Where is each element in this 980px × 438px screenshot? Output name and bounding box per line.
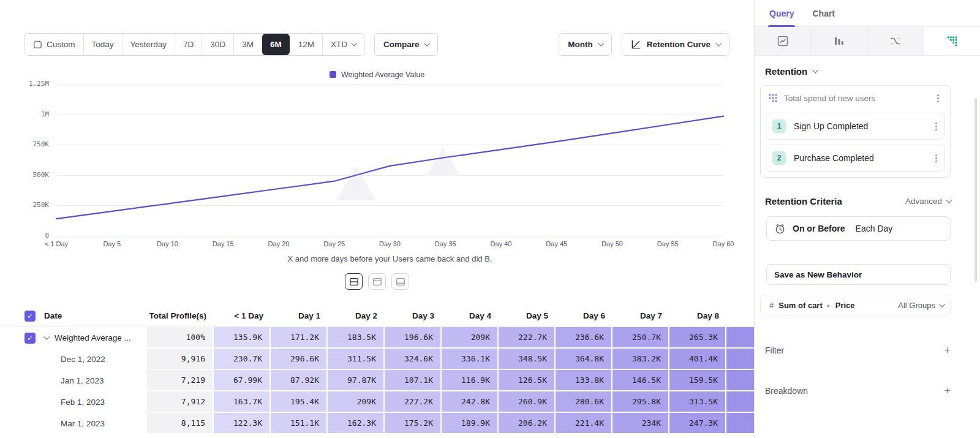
data-cell[interactable]: 171.2K	[271, 327, 328, 349]
col-header--1-day[interactable]: < 1 Day	[214, 305, 271, 327]
checkbox-checked-icon[interactable]: ✓	[24, 311, 36, 322]
data-cell[interactable]: 67.99K	[214, 370, 271, 391]
data-cell[interactable]: 364.8K	[556, 349, 612, 370]
chevron-down-icon[interactable]	[43, 334, 50, 340]
row-label[interactable]: Weighted Average ...	[40, 327, 147, 349]
data-cell[interactable]: 162.3K	[328, 413, 385, 434]
data-cell[interactable]: 222.7K	[499, 327, 556, 349]
data-cell[interactable]: 234K	[612, 413, 669, 434]
data-cell[interactable]: 311.5K	[328, 349, 385, 370]
row-checkbox[interactable]: ✓	[0, 327, 40, 349]
data-cell[interactable]: 196.6K	[385, 327, 442, 349]
report-icon-insights[interactable]	[755, 27, 811, 55]
range-today[interactable]: Today	[83, 34, 122, 55]
col-header-day-2[interactable]: Day 2	[328, 305, 385, 327]
data-cell[interactable]: 135.9K	[214, 327, 271, 349]
add-filter-button[interactable]: +	[944, 345, 951, 356]
col-header-day-5[interactable]: Day 5	[499, 305, 556, 327]
total-profiles-cell[interactable]: 100%	[147, 327, 214, 349]
data-cell[interactable]: 230.7K	[214, 349, 271, 370]
data-cell[interactable]: 122.3K	[214, 413, 271, 434]
data-cell[interactable]: 295.8K	[612, 391, 669, 413]
row-label[interactable]: Feb 1, 2023	[40, 391, 147, 413]
behavior-header[interactable]: Total spend of new users	[761, 86, 950, 108]
data-cell[interactable]: 159.5K	[669, 370, 726, 391]
view-header-row-button[interactable]	[368, 273, 386, 290]
tab-query[interactable]: Query	[769, 0, 794, 26]
col-header-total[interactable]: Total Profile(s)	[147, 305, 214, 327]
data-cell[interactable]: 97.87K	[328, 370, 385, 391]
sidebar-scrollbar[interactable]	[974, 98, 977, 282]
row-label[interactable]: Mar 1, 2023	[40, 413, 147, 434]
total-profiles-cell[interactable]: 7,219	[147, 370, 214, 391]
data-cell[interactable]: 189.9K	[442, 413, 499, 434]
advanced-dropdown[interactable]: Advanced	[905, 197, 951, 206]
section-retention[interactable]: Retention	[765, 66, 951, 77]
col-header-day-3[interactable]: Day 3	[385, 305, 442, 327]
total-profiles-cell[interactable]: 8,115	[147, 413, 214, 434]
data-cell[interactable]: 206.2K	[499, 413, 556, 434]
range-yesterday[interactable]: Yesterday	[122, 34, 175, 55]
data-cell[interactable]: 324.6K	[385, 349, 442, 370]
chart-type-button[interactable]: Retention Curve	[622, 33, 729, 56]
view-plain-table-button[interactable]	[391, 273, 409, 290]
all-groups-dropdown[interactable]: All Groups	[898, 301, 944, 310]
total-profiles-cell[interactable]: 9,916	[147, 349, 214, 370]
col-header-day-1[interactable]: Day 1	[271, 305, 328, 327]
data-cell[interactable]: 133.8K	[556, 370, 612, 391]
col-header-day-6[interactable]: Day 6	[556, 305, 612, 327]
view-split-rows-button[interactable]	[345, 273, 363, 290]
data-cell[interactable]: 146.5K	[612, 370, 669, 391]
data-cell[interactable]: 401.4K	[669, 349, 726, 370]
range-12m[interactable]: 12M	[290, 34, 322, 55]
add-breakdown-button[interactable]: +	[944, 385, 951, 396]
save-as-new-behavior-button[interactable]: Save as New Behavior	[766, 264, 951, 285]
checkbox-checked-icon[interactable]: ✓	[24, 333, 36, 344]
data-cell[interactable]: 313.5K	[669, 391, 726, 413]
compare-button[interactable]: Compare	[374, 33, 439, 56]
data-cell[interactable]: 348.5K	[499, 349, 556, 370]
data-cell[interactable]: 242.8K	[442, 391, 499, 413]
col-header-date[interactable]: Date	[40, 305, 147, 327]
data-cell[interactable]: 383.2K	[612, 349, 669, 370]
report-icon-funnels[interactable]	[811, 27, 867, 55]
kebab-menu-icon[interactable]	[930, 122, 942, 131]
granularity-button[interactable]: Month	[559, 33, 611, 56]
col-header-day-4[interactable]: Day 4	[442, 305, 499, 327]
criteria-condition[interactable]: On or Before	[793, 224, 845, 233]
data-cell[interactable]: 151.1K	[271, 413, 328, 434]
kebab-menu-icon[interactable]	[932, 94, 944, 103]
behavior-step[interactable]: 1Sign Up Completed	[766, 113, 945, 140]
criteria-frequency[interactable]: Each Day	[856, 224, 893, 233]
chart-legend[interactable]: Weighted Average Value	[0, 70, 754, 79]
select-all-checkbox[interactable]: ✓	[0, 305, 40, 327]
kebab-menu-icon[interactable]	[930, 154, 942, 163]
data-cell[interactable]: 247.3K	[669, 413, 726, 434]
range-xtd[interactable]: XTD	[322, 34, 364, 55]
col-header-day-7[interactable]: Day 7	[612, 305, 669, 327]
row-label[interactable]: Dec 1, 2022	[40, 349, 147, 370]
data-cell[interactable]: 227.2K	[385, 391, 442, 413]
range-30d[interactable]: 30D	[202, 34, 233, 55]
measure-row[interactable]: # Sum of cart ▸ Price All Groups	[760, 295, 951, 315]
data-cell[interactable]: 221.4K	[556, 413, 612, 434]
data-cell[interactable]: 163.7K	[214, 391, 271, 413]
total-profiles-cell[interactable]: 7,912	[147, 391, 214, 413]
data-cell[interactable]: 195.4K	[271, 391, 328, 413]
data-cell[interactable]: 209K	[328, 391, 385, 413]
data-cell[interactable]: 175.2K	[385, 413, 442, 434]
data-cell[interactable]: 296.6K	[271, 349, 328, 370]
report-icon-retention[interactable]	[924, 27, 980, 55]
data-cell[interactable]: 126.5K	[499, 370, 556, 391]
range-3m[interactable]: 3M	[233, 34, 262, 55]
tab-chart[interactable]: Chart	[812, 0, 835, 26]
data-cell[interactable]: 250.7K	[612, 327, 669, 349]
data-cell[interactable]: 236.6K	[556, 327, 612, 349]
range-7d[interactable]: 7D	[175, 34, 202, 55]
data-cell[interactable]: 183.5K	[328, 327, 385, 349]
report-icon-flows[interactable]	[868, 27, 924, 55]
data-cell[interactable]: 107.1K	[385, 370, 442, 391]
data-cell[interactable]: 116.9K	[442, 370, 499, 391]
criteria-condition-row[interactable]: On or Before Each Day	[766, 216, 951, 241]
data-cell[interactable]: 280.6K	[556, 391, 612, 413]
